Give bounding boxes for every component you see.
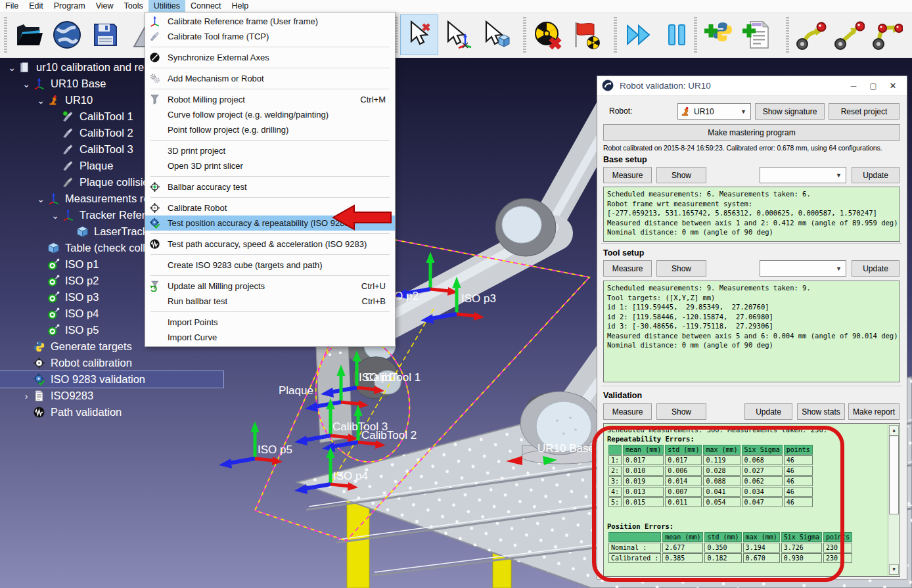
scrollbar-thumb[interactable]	[889, 436, 899, 514]
menu-item-label: Add Mechanism or Robot	[168, 74, 386, 83]
tree-item-path-validation[interactable]: Path validation	[0, 404, 223, 420]
scroll-down-icon[interactable]: ▼	[889, 564, 899, 575]
menu-item-import-curve[interactable]: Import Curve	[145, 330, 395, 345]
dialog-title-bar[interactable]: Robot validation: UR10 ─ ▢ ✕	[597, 76, 907, 96]
menu-separator	[150, 233, 390, 234]
tree-item-iso-9283-validation[interactable]: ISO 9283 validation	[0, 371, 223, 388]
validation-scrollbar[interactable]: ▲ ▼	[888, 424, 899, 576]
menu-item-add-mechanism-or-robot[interactable]: Add Mechanism or Robot	[145, 71, 395, 86]
toolbar-drag-handle[interactable]	[614, 17, 617, 53]
menubar-item-edit[interactable]: Edit	[24, 0, 49, 12]
select-move-reference-button[interactable]	[438, 14, 476, 55]
make-mastering-button[interactable]: Make mastering program	[603, 124, 900, 141]
validation-update-button[interactable]: Update	[744, 403, 792, 420]
close-button[interactable]: ✕	[883, 81, 903, 91]
menu-item-calibrate-reference-frame-user-frame[interactable]: Calibrate Reference frame (User frame)	[145, 14, 395, 29]
menubar-item-tools[interactable]: Tools	[119, 0, 148, 12]
toolbar-group-1	[394, 14, 514, 55]
toolbar-drag-handle[interactable]	[694, 17, 697, 53]
tool-show-button[interactable]: Show	[656, 260, 706, 277]
base-measure-button[interactable]: Measure	[603, 167, 652, 183]
menu-item-3d-print-project[interactable]: 3D print project	[145, 143, 395, 158]
toolbar-drag-handle[interactable]	[786, 17, 789, 53]
expander-icon[interactable]: ⌄	[20, 79, 33, 89]
menu-item-open-3d-print-slicer[interactable]: Open 3D print slicer	[145, 158, 395, 173]
menu-item-update-all-milling-projects[interactable]: Update all Milling projectsCtrl+U	[145, 279, 395, 294]
tool-info-box: Scheduled measurements: 9. Measurements …	[603, 281, 900, 382]
menu-item-label: Point follow project (e.g. drilling)	[168, 125, 386, 135]
label-plaque: Plaque	[279, 384, 313, 397]
move-circular-instruction-button[interactable]	[868, 14, 906, 55]
tool-green-icon	[62, 110, 78, 124]
toolbar-group-4	[694, 14, 776, 55]
expander-icon[interactable]: ⌄	[49, 210, 62, 221]
menu-item-label: Import Points	[168, 317, 386, 327]
expander-icon[interactable]: ⌄	[5, 62, 18, 73]
base-dropdown[interactable]: ▼	[760, 167, 846, 183]
tree-item-label: ISO9283	[49, 390, 93, 402]
expander-icon[interactable]: ⌄	[34, 194, 47, 204]
menubar-item-utilities[interactable]: Utilities	[148, 0, 185, 12]
expander-icon[interactable]: ›	[20, 391, 33, 401]
menu-item-robot-milling-project[interactable]: Robot Milling projectCtrl+M	[145, 92, 395, 107]
menu-item-test-path-accuracy-speed-acceleration-iso-9283[interactable]: Test path accuracy, speed & acceleration…	[145, 237, 395, 252]
show-signature-button[interactable]: Show signature	[755, 103, 825, 120]
make-report-button[interactable]: Make report	[848, 403, 900, 420]
tree-item-label: ISO 9283 validation	[49, 373, 145, 386]
menu-item-point-follow-project-e-g-drilling[interactable]: Point follow project (e.g. drilling)	[145, 122, 395, 137]
menu-item-synchronize-external-axes[interactable]: Synchronize External Axes	[145, 50, 395, 65]
menu-item-label: Ballbar accuracy test	[168, 182, 386, 192]
tree-item-robot-calibration[interactable]: Robot calibration	[0, 355, 223, 371]
menubar-item-file[interactable]: File	[0, 0, 24, 12]
tool-icon	[62, 127, 78, 140]
add-report-button[interactable]	[738, 14, 776, 55]
validation-show-button[interactable]: Show	[656, 403, 706, 420]
move-linear-instruction-button[interactable]	[830, 14, 868, 55]
menu-item-create-iso-9283-cube-targets-and-path[interactable]: Create ISO 9283 cube (targets and path)	[145, 258, 395, 273]
robot-dropdown[interactable]: UR10 ▼	[677, 103, 751, 120]
menu-item-curve-follow-project-e-g-welding-painting[interactable]: Curve follow project (e.g. welding/paint…	[145, 107, 395, 122]
fast-simulation-button[interactable]	[620, 14, 658, 55]
toolbar-drag-handle[interactable]	[4, 17, 7, 53]
menu-item-run-ballbar-test[interactable]: Run ballbar testCtrl+B	[145, 294, 395, 309]
pause-simulation-button[interactable]	[658, 14, 696, 55]
menubar-item-help[interactable]: Help	[227, 0, 254, 12]
robot-label: Robot:	[609, 106, 632, 116]
tool-update-button[interactable]: Update	[852, 260, 900, 277]
select-delete-button[interactable]	[400, 14, 438, 55]
open-library-button[interactable]	[48, 14, 86, 55]
check-collisions-off-button[interactable]	[529, 14, 567, 55]
menu-item-calibrate-tool-frame-tcp[interactable]: Calibrate Tool frame (TCP)	[145, 29, 395, 44]
menu-item-label: Update all Milling projects	[168, 281, 361, 291]
frame-icon	[33, 78, 49, 91]
add-python-program-button[interactable]	[700, 14, 738, 55]
menubar-item-connect[interactable]: Connect	[185, 0, 227, 12]
separator	[601, 386, 901, 386]
tool-measure-button[interactable]: Measure	[603, 260, 652, 277]
base-show-button[interactable]: Show	[656, 167, 706, 183]
move-joint-instruction-button[interactable]	[792, 14, 830, 55]
collision-map-button[interactable]	[567, 14, 605, 55]
menu-separator	[150, 311, 390, 312]
show-stats-button[interactable]: Show stats	[797, 403, 845, 420]
open-project-button[interactable]	[10, 14, 48, 55]
menu-item-label: 3D print project	[168, 146, 386, 156]
validation-measure-button[interactable]: Measure	[603, 403, 652, 420]
menubar-item-program[interactable]: Program	[49, 0, 91, 12]
select-move-object-button[interactable]	[476, 14, 514, 55]
maximize-button[interactable]: ▢	[863, 81, 883, 91]
toolbar-drag-handle[interactable]	[523, 17, 526, 53]
scroll-up-icon[interactable]: ▲	[889, 425, 899, 436]
minimize-button[interactable]: ─	[844, 81, 863, 91]
base-update-button[interactable]: Update	[852, 167, 900, 183]
tool-dropdown[interactable]: ▼	[760, 260, 846, 277]
save-station-button[interactable]	[86, 14, 124, 55]
target-icon	[47, 324, 63, 337]
menubar-item-view[interactable]: View	[91, 0, 119, 12]
menu-item-import-points[interactable]: Import Points	[145, 315, 395, 330]
chevron-down-icon: ▼	[832, 265, 846, 272]
expander-icon[interactable]: ⌄	[34, 95, 47, 106]
reset-project-button[interactable]: Reset project	[829, 103, 900, 120]
tree-item-iso9283[interactable]: ›ISO9283	[0, 388, 223, 404]
menu-item-ballbar-accuracy-test[interactable]: Ballbar accuracy test	[145, 179, 395, 194]
